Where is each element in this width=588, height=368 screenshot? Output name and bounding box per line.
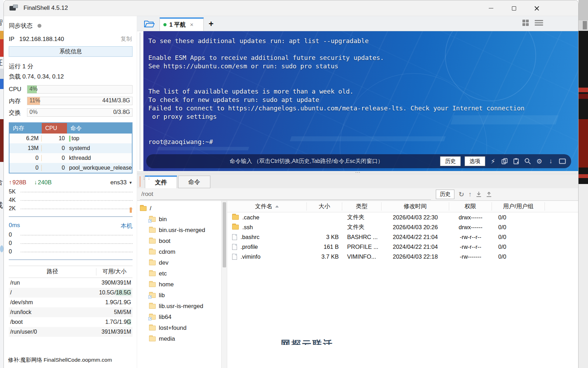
options-button[interactable]: 选项 (465, 156, 485, 166)
tree-item-lib.usr-is-merged[interactable]: lib.usr-is-merged (140, 301, 221, 312)
tree-item-lib64[interactable]: ↗lib64 (140, 312, 221, 322)
new-tab-button[interactable]: + (209, 19, 214, 31)
sync-status-dot (38, 24, 41, 28)
search-icon[interactable] (524, 157, 532, 165)
horizontal-splitter[interactable]: ⋯ (137, 171, 578, 174)
hamburger-menu-icon[interactable] (535, 20, 543, 26)
upload-icon[interactable] (486, 191, 492, 197)
process-row[interactable]: 13M0systemd (9, 143, 132, 153)
tree-item-bin.usr-is-merged[interactable]: bin.usr-is-merged (140, 225, 221, 236)
disk-avail: 5M/5M (96, 309, 133, 315)
disk-row[interactable]: /run/lock5M/5M (9, 307, 133, 317)
drag-grip-icon: ⋮⋮ (142, 176, 151, 179)
terminal[interactable]: To see these additional updates run: apt… (143, 31, 578, 171)
window-mode-icon[interactable] (559, 157, 566, 165)
process-cpu: 0 (42, 155, 67, 161)
tree-item-lost+found[interactable]: lost+found (140, 322, 221, 333)
disk-row[interactable]: /dev/shm1.9G/1.9G (9, 298, 133, 307)
process-row[interactable]: 6.2M10top (9, 134, 132, 143)
disk-header-avail[interactable]: 可用/大小 (96, 268, 133, 275)
terminal-line: See https://ubuntu.com/esm or run: sudo … (148, 62, 575, 70)
panel-drag-handle[interactable]: ⋮⋮ (138, 176, 145, 188)
ping-target[interactable]: 本机 (121, 222, 133, 230)
command-input-bar[interactable]: 命令输入 （双击Ctrl切换,Alt历史,Tab路径/命令,Esc关闭窗口） 历… (146, 154, 571, 168)
chevron-down-icon: ▼ (129, 180, 133, 185)
column-header-type[interactable]: 类型 (342, 202, 381, 211)
process-header-cmd[interactable]: 命令 (67, 125, 132, 132)
column-header-perm[interactable]: 权限 (449, 202, 492, 211)
connection-manager-button[interactable] (139, 18, 160, 31)
file-browser: / ↗binbin.usr-is-mergedbootcdromdevetcho… (137, 201, 578, 368)
maximize-button[interactable] (506, 3, 522, 14)
file-perm: drwx------ (449, 224, 492, 231)
process-table-header: 内存 CPU 命令 (9, 123, 132, 134)
terminal-line: Failed to connect to https://changelogs.… (148, 104, 575, 113)
process-row[interactable]: 00pool_workqueue_release (9, 163, 132, 173)
parent-directory-icon[interactable]: ↑ (468, 191, 472, 198)
tree-scrollbar-thumb[interactable] (223, 202, 226, 267)
process-header-cpu[interactable]: CPU (42, 123, 67, 134)
ip-label: IP (9, 36, 14, 43)
column-header-owner[interactable]: 用户/用户组 (492, 202, 545, 211)
tree-item-bin[interactable]: ↗bin (140, 214, 221, 225)
folder-icon (149, 336, 156, 341)
disk-row[interactable]: /run390M/391M (9, 278, 133, 288)
copy-ip-button[interactable]: 复制 (121, 35, 132, 43)
session-tab-label: 1 平航 (169, 21, 186, 29)
network-current-bar (130, 207, 132, 213)
tree-item-media[interactable]: media (140, 333, 221, 344)
session-tab[interactable]: 1 平航 × (160, 18, 204, 31)
disk-header-path[interactable]: 路径 (9, 268, 96, 275)
download-icon[interactable] (476, 191, 482, 197)
disk-row[interactable]: /10.5G/18.5G (9, 288, 133, 298)
file-mtime: 2024/04/22 21:04 (381, 234, 449, 240)
tree-root[interactable]: / (140, 203, 221, 214)
close-button[interactable] (529, 3, 545, 14)
right-strip-gray-top (579, 0, 588, 20)
process-cpu: 10 (42, 135, 67, 142)
disk-row[interactable]: /run/user/0391M/391M (9, 327, 133, 337)
tree-item-boot[interactable]: boot (140, 236, 221, 246)
minimize-button[interactable] (483, 3, 499, 14)
file-row[interactable]: .ssh文件夹2026/04/03 20:26drwx------0/0 (227, 222, 578, 232)
tab-commands[interactable]: 命令 (178, 176, 210, 188)
quick-command-icon[interactable]: ⚡ (489, 157, 497, 165)
main-area: 1 平航 × + (137, 16, 578, 368)
history-button[interactable]: 历史 (440, 156, 461, 166)
column-header-name[interactable]: 文件名 (227, 202, 307, 211)
system-info-button[interactable]: 系统信息 (9, 46, 133, 57)
disk-avail-highlight: G (127, 319, 131, 325)
tree-scrollbar[interactable] (221, 201, 227, 368)
column-header-size[interactable]: 大小 (307, 202, 342, 211)
process-header-mem[interactable]: 内存 (9, 125, 42, 132)
terminal-scrollbar[interactable] (139, 33, 141, 170)
left-strip-glyph: 证 (0, 58, 4, 68)
paste-icon[interactable] (512, 157, 520, 165)
refresh-icon[interactable]: ↻ (459, 190, 464, 198)
disk-row[interactable]: /boot1.7G/1.9G (9, 317, 133, 327)
column-header-mtime[interactable]: 修改时间 (381, 202, 449, 211)
tree-item-etc[interactable]: etc (140, 268, 221, 279)
disk-path: /run/lock (9, 309, 96, 315)
tree-item-cdrom[interactable]: cdrom (140, 246, 221, 257)
interface-selector[interactable]: ens33▼ (110, 179, 133, 186)
copy-icon[interactable] (501, 157, 508, 165)
file-owner: 0/0 (492, 234, 545, 240)
tree-item-dev[interactable]: dev (140, 257, 221, 268)
file-history-button[interactable]: 历史 (436, 190, 454, 199)
layout-grid-icon[interactable] (522, 19, 529, 26)
gear-icon[interactable]: ⚙ (535, 157, 543, 165)
file-row[interactable]: .profile161 BPROFILE ...2024/04/22 21:04… (227, 242, 578, 252)
process-row[interactable]: 00kthreadd (9, 153, 132, 163)
tree-item-home[interactable]: home (140, 279, 221, 290)
scroll-down-icon[interactable]: ↓ (547, 157, 555, 165)
tab-close-icon[interactable]: × (190, 21, 194, 28)
file-row[interactable]: .viminfo3.7 KBVIMINFO...2026/04/03 22:18… (227, 252, 578, 261)
path-input[interactable]: /root (140, 189, 431, 200)
command-input-hint[interactable]: 命令输入 （双击Ctrl切换,Alt历史,Tab路径/命令,Esc关闭窗口） (230, 154, 383, 168)
graph-gridline (21, 243, 133, 244)
file-row[interactable]: .cache文件夹2026/04/03 22:30drwx------0/0 (227, 212, 578, 222)
tree-item-lib[interactable]: ↗lib (140, 290, 221, 301)
graph-row: 0 (9, 247, 133, 256)
file-row[interactable]: .bashrc3 KBBASHRC ...2024/04/22 21:04-rw… (227, 232, 578, 242)
